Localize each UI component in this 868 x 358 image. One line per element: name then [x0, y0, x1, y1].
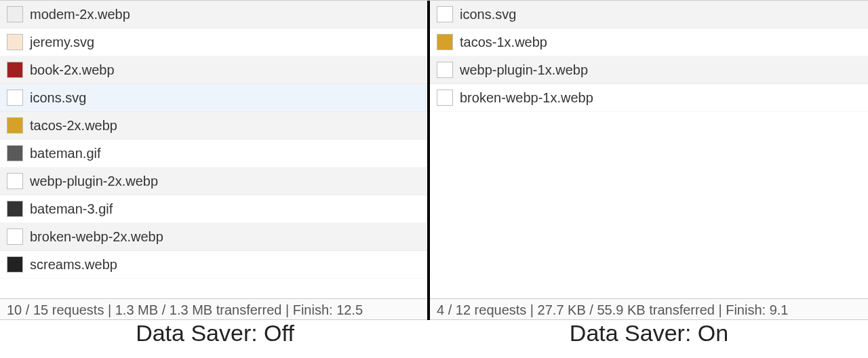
table-row[interactable]: webp-plugin-2x.webp: [0, 167, 427, 195]
table-row[interactable]: screams.webp: [0, 251, 427, 279]
table-row[interactable]: broken-webp-1x.webp: [430, 84, 868, 112]
file-name: broken-webp-2x.webp: [30, 229, 163, 245]
status-bar: 10 / 15 requests | 1.3 MB / 1.3 MB trans…: [0, 298, 427, 320]
table-row[interactable]: tacos-2x.webp: [0, 112, 427, 140]
table-row[interactable]: webp-plugin-1x.webp: [430, 56, 868, 84]
file-icon: [437, 6, 453, 22]
file-name: bateman-3.gif: [30, 201, 113, 217]
file-name: bateman.gif: [30, 146, 101, 161]
table-row[interactable]: bateman.gif: [0, 140, 427, 167]
file-name: modem-2x.webp: [30, 7, 130, 22]
table-row[interactable]: icons.svg: [430, 1, 868, 28]
file-list: modem-2x.webpjeremy.svgbook-2x.webpicons…: [0, 1, 427, 298]
file-name: icons.svg: [460, 7, 516, 22]
file-name: webp-plugin-2x.webp: [30, 174, 158, 189]
table-row[interactable]: jeremy.svg: [0, 28, 427, 56]
file-icon: [7, 90, 23, 106]
status-bar: 4 / 12 requests | 27.7 KB / 55.9 KB tran…: [430, 298, 868, 320]
file-name: icons.svg: [30, 90, 86, 106]
file-icon: [437, 62, 453, 78]
file-icon: [437, 34, 453, 50]
captions: Data Saver: Off Data Saver: On: [0, 320, 868, 358]
file-name: screams.webp: [30, 257, 117, 273]
table-row[interactable]: modem-2x.webp: [0, 1, 427, 28]
file-icon: [7, 228, 23, 245]
file-list: icons.svgtacos-1x.webpwebp-plugin-1x.web…: [430, 1, 868, 298]
file-name: webp-plugin-1x.webp: [460, 62, 588, 78]
file-icon: [7, 201, 23, 217]
table-row[interactable]: tacos-1x.webp: [430, 28, 868, 56]
file-icon: [7, 117, 23, 134]
file-name: jeremy.svg: [30, 35, 94, 50]
caption-left: Data Saver: Off: [0, 320, 430, 346]
file-icon: [7, 34, 23, 50]
table-row[interactable]: bateman-3.gif: [0, 195, 427, 223]
file-icon: [7, 256, 23, 273]
caption-right: Data Saver: On: [430, 320, 868, 346]
table-row[interactable]: broken-webp-2x.webp: [0, 223, 427, 251]
table-row[interactable]: book-2x.webp: [0, 56, 427, 84]
file-name: broken-webp-1x.webp: [460, 90, 593, 106]
file-icon: [7, 145, 23, 161]
file-icon: [437, 90, 453, 106]
file-icon: [7, 6, 23, 22]
file-name: tacos-2x.webp: [30, 118, 117, 134]
network-panel-left: modem-2x.webpjeremy.svgbook-2x.webpicons…: [0, 1, 430, 320]
file-name: tacos-1x.webp: [460, 35, 547, 50]
file-name: book-2x.webp: [30, 62, 115, 78]
network-panel-right: icons.svgtacos-1x.webpwebp-plugin-1x.web…: [430, 1, 868, 320]
table-row[interactable]: icons.svg: [0, 84, 427, 112]
file-icon: [7, 62, 23, 78]
file-icon: [7, 173, 23, 189]
